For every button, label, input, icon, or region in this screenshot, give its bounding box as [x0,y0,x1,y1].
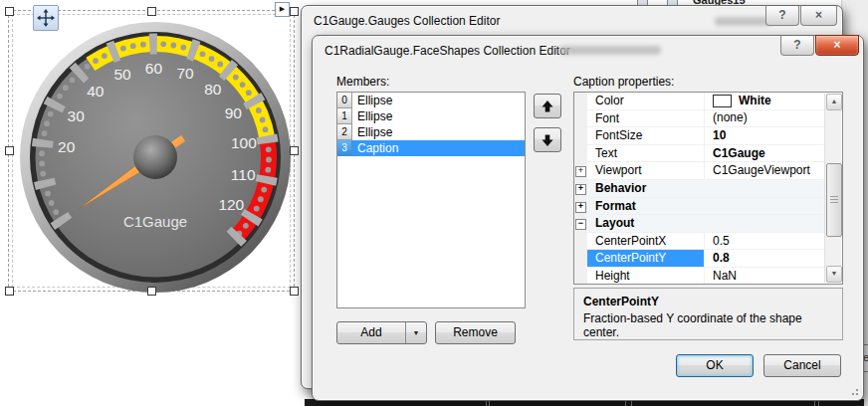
svg-text:80: 80 [204,81,222,98]
caption-properties-label: Caption properties: [573,75,674,89]
collapse-icon[interactable]: − [575,219,586,230]
add-split-button[interactable]: Add ▼ [336,321,427,344]
outer-close-button[interactable]: × [800,5,837,26]
member-label: Ellipse [352,124,392,140]
move-control-handle[interactable] [33,5,59,31]
property-name[interactable]: Color [587,93,704,109]
inner-dialog-title: C1RadialGauge.FaceShapes Collection Edit… [325,44,570,58]
property-name[interactable]: Height [587,268,704,285]
member-index: 1 [337,108,352,124]
move-down-button[interactable] [534,127,561,152]
property-value[interactable]: 0.5 [704,233,842,250]
scrollbar-thumb[interactable] [826,163,842,237]
selection-handle[interactable] [5,146,14,155]
expand-icon[interactable]: + [575,166,586,177]
property-row-behavior[interactable]: +Behavior [574,180,842,198]
property-value[interactable]: White [704,93,842,109]
move-icon [37,9,55,27]
add-dropdown-arrow-icon[interactable]: ▼ [406,322,426,343]
row-margin: + [574,180,587,197]
move-up-button[interactable] [534,94,561,118]
outer-dialog-title: C1Gauge.Gauges Collection Editor [314,14,500,28]
selection-handle[interactable] [5,7,14,16]
down-arrow-icon [541,133,554,147]
scroll-down-button[interactable]: ▼ [826,266,842,283]
property-name[interactable]: Layout [587,215,842,232]
property-name[interactable]: Viewport [587,162,704,179]
selection-handle[interactable] [5,287,14,296]
scroll-up-button[interactable]: ▲ [826,94,842,110]
property-name[interactable]: CenterPointY [587,250,704,267]
property-row-height[interactable]: HeightNaN [574,268,842,285]
member-row-ellipse-0[interactable]: 0Ellipse [337,93,525,108]
member-row-caption-3[interactable]: 3Caption [337,140,525,156]
row-margin [574,250,587,267]
svg-text:20: 20 [58,138,76,155]
expand-icon[interactable]: + [575,184,586,195]
property-value-text: 0.8 [713,250,730,267]
help-icon: ? [793,38,800,52]
property-name[interactable]: Text [587,145,704,162]
property-row-text[interactable]: TextC1Gauge [574,145,842,163]
property-grid[interactable]: ColorWhiteFont(none)FontSize10TextC1Gaug… [573,92,843,285]
property-row-font[interactable]: Font(none) [574,110,842,128]
inner-help-button[interactable]: ? [780,35,814,56]
outer-help-button[interactable]: ? [765,5,799,26]
color-swatch-icon [713,95,732,107]
property-row-fontsize[interactable]: FontSize10 [574,127,842,145]
selection-handle[interactable] [290,287,299,296]
property-name[interactable]: FontSize [587,127,704,144]
selection-handle[interactable] [290,7,299,16]
add-button[interactable]: Add [337,322,406,343]
member-row-ellipse-2[interactable]: 2Ellipse [337,124,525,140]
selection-handle[interactable] [147,287,156,296]
member-row-ellipse-1[interactable]: 1Ellipse [337,108,525,124]
property-name[interactable]: Behavior [587,180,842,197]
members-label: Members: [336,75,389,89]
smart-tag-button[interactable]: ▶ [275,2,290,17]
svg-text:50: 50 [113,66,131,83]
selection-handle[interactable] [290,146,299,155]
svg-text:30: 30 [68,107,86,124]
selection-handle[interactable] [147,7,156,16]
member-index: 0 [337,93,352,108]
row-margin [574,127,587,144]
description-title: CenterPointY [583,295,833,308]
property-value[interactable]: (none) [704,110,842,127]
property-name[interactable]: Font [587,110,704,127]
property-row-centerpointy[interactable]: CenterPointY0.8 [574,250,842,268]
members-listbox[interactable]: 0Ellipse1Ellipse2Ellipse3Caption [336,92,526,308]
scroll-up-icon: ▲ [831,98,838,104]
property-value[interactable]: C1Gauge [704,145,842,162]
cancel-button[interactable]: Cancel [763,354,841,377]
member-label: Ellipse [352,108,392,124]
expand-icon[interactable]: + [575,202,586,213]
smart-tag-icon: ▶ [280,5,285,12]
member-index: 2 [337,124,352,140]
inner-close-button[interactable]: × [815,35,859,56]
svg-text:120: 120 [218,196,244,213]
property-value[interactable]: C1GaugeViewport [704,162,842,179]
property-row-centerpointx[interactable]: CenterPointX0.5 [574,233,842,251]
property-value[interactable]: 0.8 [704,250,842,267]
help-icon: ? [778,8,785,22]
property-row-viewport[interactable]: +ViewportC1GaugeViewport [574,162,842,180]
remove-button[interactable]: Remove [435,321,516,344]
redacted-text [559,46,661,55]
ok-button[interactable]: OK [676,354,754,377]
property-description-panel: CenterPointY Fraction-based Y coordinate… [573,288,843,340]
property-name[interactable]: Format [587,198,842,215]
close-icon: × [833,38,840,52]
property-value[interactable]: NaN [704,268,842,285]
property-row-format[interactable]: +Format [574,198,842,216]
property-value[interactable]: 10 [704,127,842,144]
row-margin [574,110,587,127]
property-row-color[interactable]: ColorWhite [574,93,842,110]
property-name[interactable]: CenterPointX [587,233,704,250]
c1gauge-control[interactable]: 2030405060708090100110120C1Gauge [18,20,293,295]
member-index: 3 [337,140,352,156]
property-grid-scrollbar[interactable]: ▲ ▼ [824,94,841,283]
property-value-text: NaN [713,268,737,285]
resize-grip[interactable] [849,386,859,396]
property-row-layout[interactable]: −Layout [574,215,842,233]
